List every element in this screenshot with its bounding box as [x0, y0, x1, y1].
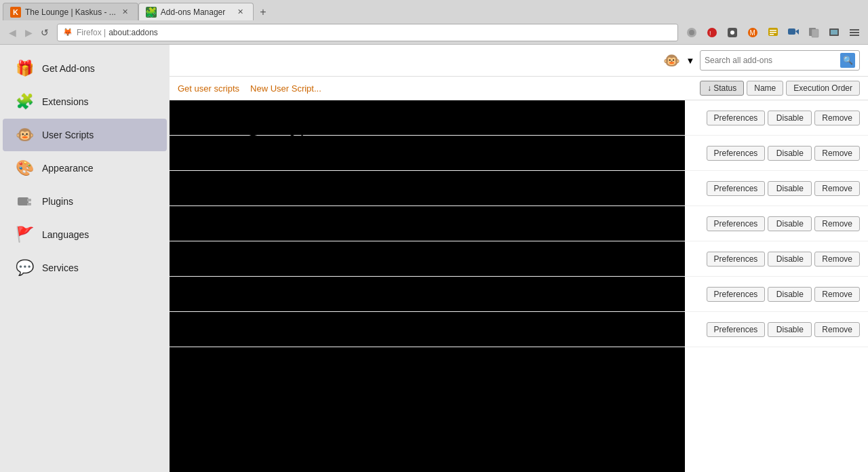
tab-kaskus[interactable]: K The Lounge | Kaskus - ... ✕ — [3, 3, 138, 20]
tab-kaskus-close[interactable]: ✕ — [120, 7, 131, 18]
remove-button-7[interactable]: Remove — [814, 322, 860, 337]
tab-addons-manager[interactable]: 🧩 Add-ons Manager ✕ — [138, 3, 254, 20]
preferences-button-3[interactable]: Preferences — [707, 181, 766, 196]
svg-rect-17 — [831, 30, 837, 35]
script-actions-3: Preferences Disable Remove — [707, 181, 860, 196]
scripts-list: Preferences Disable Remove Preferences D… — [170, 100, 868, 347]
sidebar-label-extensions: Extensions — [42, 96, 88, 107]
toolbar-icon-1[interactable] — [682, 23, 701, 42]
svg-point-1 — [689, 30, 694, 35]
toolbar-icon-4[interactable]: M — [743, 23, 762, 42]
remove-button-5[interactable]: Remove — [814, 252, 860, 267]
tab-bar: K The Lounge | Kaskus - ... ✕ 🧩 Add-ons … — [0, 0, 868, 20]
sort-name-button[interactable]: Name — [747, 81, 783, 96]
sidebar-item-extensions[interactable]: 🧩 Extensions — [3, 85, 167, 118]
address-text: about:addons — [108, 28, 158, 37]
toolbar-icon-3[interactable] — [723, 23, 742, 42]
table-row: Preferences Disable Remove — [170, 136, 868, 171]
reload-button[interactable]: ↺ — [37, 24, 53, 41]
disable-button-2[interactable]: Disable — [768, 146, 812, 161]
disable-button-3[interactable]: Disable — [768, 181, 812, 196]
toolbar-icons: ! M — [682, 23, 864, 42]
script-actions-4: Preferences Disable Remove — [707, 216, 860, 231]
extensions-icon: 🧩 — [14, 91, 35, 113]
script-actions-6: Preferences Disable Remove — [707, 287, 860, 302]
disable-button-6[interactable]: Disable — [768, 287, 812, 302]
script-actions-2: Preferences Disable Remove — [707, 146, 860, 161]
browser-chrome: K The Lounge | Kaskus - ... ✕ 🧩 Add-ons … — [0, 0, 868, 45]
table-row: Preferences Disable Remove — [170, 277, 868, 312]
disable-button-5[interactable]: Disable — [768, 252, 812, 267]
svg-rect-9 — [770, 30, 776, 31]
preferences-button-4[interactable]: Preferences — [707, 216, 766, 231]
search-input[interactable] — [705, 56, 840, 65]
back-button[interactable]: ◀ — [4, 24, 20, 41]
table-row: Preferences Disable Remove — [170, 241, 868, 277]
sort-status-button[interactable]: ↓ Status — [700, 81, 744, 96]
get-addons-icon: 🎁 — [14, 58, 35, 79]
toolbar-icon-8[interactable] — [825, 23, 844, 42]
sidebar-label-languages: Languages — [42, 229, 89, 240]
svg-text:M: M — [750, 29, 755, 37]
main-panel: 🐵 ▼ 🔍 Get user scripts New User Script..… — [170, 45, 868, 472]
new-user-script-link[interactable]: New User Script... — [250, 83, 321, 94]
remove-button-3[interactable]: Remove — [814, 181, 860, 196]
sidebar-item-services[interactable]: 💬 Services — [3, 252, 167, 284]
userscripts-toolbar: Get user scripts New User Script... ↓ St… — [170, 77, 868, 100]
appearance-icon: 🎨 — [14, 157, 35, 179]
sidebar-item-languages[interactable]: 🚩 Languages — [3, 218, 167, 251]
get-user-scripts-link[interactable]: Get user scripts — [178, 83, 239, 94]
remove-button-4[interactable]: Remove — [814, 216, 860, 231]
svg-rect-21 — [18, 197, 28, 205]
sort-execution-button[interactable]: Execution Order — [786, 81, 860, 96]
greasemonkey-dropdown[interactable]: ▼ — [685, 55, 696, 66]
preferences-button-2[interactable]: Preferences — [707, 146, 766, 161]
search-container: 🔍 — [700, 50, 860, 71]
disable-button-7[interactable]: Disable — [768, 322, 812, 337]
new-tab-button[interactable]: + — [255, 4, 271, 20]
remove-button-6[interactable]: Remove — [814, 287, 860, 302]
content-area: 🎁 Get Add-ons 🧩 Extensions 🐵 User Script… — [0, 45, 868, 472]
languages-icon: 🚩 — [14, 224, 35, 245]
menu-button[interactable] — [845, 23, 864, 42]
sidebar-label-appearance: Appearance — [42, 163, 94, 174]
sidebar-item-plugins[interactable]: Plugins — [3, 185, 167, 218]
address-favicon: 🦊 — [63, 28, 73, 37]
disable-button-1[interactable]: Disable — [768, 111, 812, 125]
preferences-button-7[interactable]: Preferences — [707, 322, 766, 337]
sidebar: 🎁 Get Add-ons 🧩 Extensions 🐵 User Script… — [0, 45, 170, 472]
forward-button[interactable]: ▶ — [20, 24, 37, 41]
toolbar-icon-2[interactable]: ! — [703, 23, 722, 42]
toolbar-icon-6[interactable] — [784, 23, 803, 42]
sidebar-label-plugins: Plugins — [42, 196, 73, 207]
sidebar-item-get-addons[interactable]: 🎁 Get Add-ons — [3, 52, 167, 85]
svg-rect-20 — [850, 35, 859, 36]
sidebar-item-user-scripts[interactable]: 🐵 User Scripts — [3, 119, 167, 151]
services-icon: 💬 — [14, 257, 35, 279]
svg-marker-13 — [795, 29, 799, 35]
tab-addons-close[interactable]: ✕ — [235, 7, 246, 18]
svg-rect-19 — [850, 32, 859, 33]
scripts-area: Preferences Disable Remove Preferences D… — [170, 100, 868, 472]
remove-button-2[interactable]: Remove — [814, 146, 860, 161]
main-toolbar: 🐵 ▼ 🔍 — [170, 45, 868, 77]
toolbar-icon-5[interactable] — [764, 23, 783, 42]
greasemonkey-icon: 🐵 — [662, 51, 681, 70]
remove-button-1[interactable]: Remove — [814, 111, 860, 125]
address-bar[interactable]: 🦊 Firefox | about:addons — [57, 24, 678, 41]
toolbar-icon-7[interactable] — [804, 23, 823, 42]
sidebar-label-get-addons: Get Add-ons — [42, 63, 95, 74]
sidebar-label-services: Services — [42, 262, 79, 273]
sidebar-label-user-scripts: User Scripts — [42, 130, 94, 140]
svg-text:!: ! — [709, 30, 711, 37]
preferences-button-5[interactable]: Preferences — [707, 252, 766, 267]
disable-button-4[interactable]: Disable — [768, 216, 812, 231]
preferences-button-1[interactable]: Preferences — [707, 111, 766, 125]
svg-point-5 — [730, 31, 734, 35]
search-button[interactable]: 🔍 — [840, 53, 855, 68]
preferences-button-6[interactable]: Preferences — [707, 287, 766, 302]
svg-rect-12 — [788, 28, 795, 35]
svg-rect-15 — [812, 29, 818, 37]
sidebar-item-appearance[interactable]: 🎨 Appearance — [3, 152, 167, 184]
address-protocol: Firefox | — [77, 28, 106, 37]
